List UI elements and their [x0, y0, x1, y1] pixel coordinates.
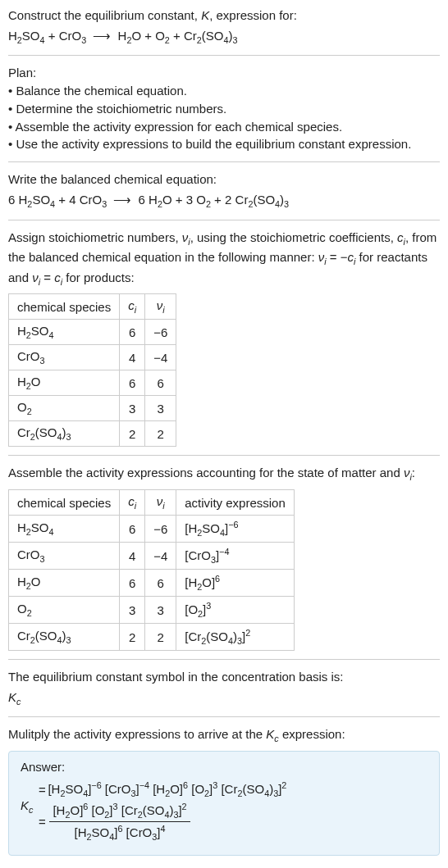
cell-species: H2SO4	[9, 516, 120, 543]
prompt-K: K	[201, 8, 209, 22]
kc-numerator: [H2O]6 [O2]3 [Cr2(SO4)3]2	[49, 802, 190, 822]
divider	[8, 220, 440, 220]
cell-species: Cr2(SO4)3	[9, 421, 120, 447]
prompt: Construct the equilibrium constant, K, e…	[8, 7, 440, 47]
table-row: H2O 6 6	[9, 370, 176, 396]
cell-vi: −6	[145, 320, 176, 345]
cell-ci: 4	[120, 543, 145, 570]
table-row: H2O 6 6 [H2O]6	[9, 570, 295, 597]
species-cro3: CrO3	[80, 193, 107, 207]
th-activity: activity expression	[176, 490, 295, 516]
table-header-row: chemical species ci νi activity expressi…	[9, 490, 295, 516]
balanced-equation: 6 H2SO4 + 4 CrO3 ⟶ 6 H2O + 3 O2 + 2 Cr2(…	[8, 191, 440, 211]
divider	[8, 455, 440, 456]
table-row: CrO3 4 −4	[9, 345, 176, 370]
cell-ci: 6	[120, 570, 145, 597]
cell-vi: −4	[145, 543, 176, 570]
unbalanced-equation: H2SO4 + CrO3 ⟶ H2O + O2 + Cr2(SO4)3	[8, 27, 440, 48]
th-ci: ci	[120, 490, 145, 516]
prompt-text-2: , expression for:	[209, 8, 297, 22]
cell-ci: 2	[120, 624, 145, 651]
cell-vi: 6	[145, 370, 176, 396]
kc-fraction: [H2O]6 [O2]3 [Cr2(SO4)3]2 [H2SO4]6 [CrO3…	[49, 802, 190, 842]
cell-ci: 6	[120, 516, 145, 543]
cell-species: O2	[9, 597, 120, 624]
table-row: CrO3 4 −4 [CrO3]−4	[9, 543, 295, 570]
cell-vi: 6	[145, 570, 176, 597]
cell-vi: 3	[145, 396, 176, 421]
species-h2o: H2O	[149, 193, 172, 207]
cell-ci: 4	[120, 345, 145, 370]
cell-vi: 2	[145, 624, 176, 651]
arrow-icon: ⟶	[93, 29, 111, 43]
kc-product: [H2SO4]−6 [CrO3]−4 [H2O]6 [O2]3 [Cr2(SO4…	[48, 780, 286, 798]
cell-ci: 2	[120, 421, 145, 447]
divider	[8, 716, 440, 717]
species-o2: O2	[196, 193, 211, 207]
divider	[8, 55, 440, 56]
balanced: Write the balanced chemical equation: 6 …	[8, 170, 440, 211]
answer-label: Answer:	[21, 760, 427, 774]
balanced-header: Write the balanced chemical equation:	[8, 170, 440, 189]
table-row: O2 3 3 [O2]3	[9, 597, 295, 624]
cell-ci: 6	[120, 320, 145, 345]
species-o2: O2	[155, 29, 170, 43]
species-h2o: H2O	[118, 29, 142, 43]
divider	[8, 659, 440, 660]
arrow-icon: ⟶	[113, 193, 131, 207]
table-row: Cr2(SO4)3 2 2 [Cr2(SO4)3]2	[9, 624, 295, 651]
th-species: chemical species	[9, 490, 120, 516]
multiply-text: Mulitply the activity expressions to arr…	[8, 725, 440, 746]
table-header-row: chemical species ci νi	[9, 294, 176, 320]
stoich-text: Assign stoichiometric numbers, νi, using…	[8, 229, 440, 289]
answer-box: Answer: Kc = [H2SO4]−6 [CrO3]−4 [H2O]6 […	[8, 751, 440, 856]
th-ci: ci	[120, 294, 145, 320]
kc-expression: Kc = [H2SO4]−6 [CrO3]−4 [H2O]6 [O2]3 [Cr…	[21, 779, 427, 843]
cell-species: H2O	[9, 570, 120, 597]
divider	[8, 161, 440, 162]
cell-species: Cr2(SO4)3	[9, 624, 120, 651]
plan-header: Plan:	[8, 64, 440, 82]
cell-vi: −4	[145, 345, 176, 370]
table-row: H2SO4 6 −6 [H2SO4]−6	[9, 516, 295, 543]
plan-item: • Balance the chemical equation.	[8, 82, 440, 100]
activity-table: chemical species ci νi activity expressi…	[8, 489, 295, 651]
plan-item: • Use the activity expressions to build …	[8, 135, 440, 153]
cell-activity: [Cr2(SO4)3]2	[176, 624, 295, 651]
cell-species: CrO3	[9, 543, 120, 570]
kc-row-1: = [H2SO4]−6 [CrO3]−4 [H2O]6 [O2]3 [Cr2(S…	[36, 780, 286, 798]
cell-vi: −6	[145, 516, 176, 543]
species-cr2so43: Cr2(SO4)3	[235, 193, 290, 207]
cell-species: CrO3	[9, 345, 120, 370]
kc-symbol: The equilibrium constant symbol in the c…	[8, 668, 440, 708]
species-h2so4: H2SO4	[19, 193, 56, 207]
plan-item: • Determine the stoichiometric numbers.	[8, 100, 440, 118]
cell-vi: 3	[145, 597, 176, 624]
kc-lhs: Kc	[21, 779, 36, 815]
cell-species: H2O	[9, 370, 120, 396]
cell-vi: 2	[145, 421, 176, 447]
cell-activity: [CrO3]−4	[176, 543, 295, 570]
cell-species: O2	[9, 396, 120, 421]
plan-item: • Assemble the activity expression for e…	[8, 118, 440, 136]
kc-symbol-value: Kc	[8, 688, 440, 709]
assemble-text: Assemble the activity expressions accoun…	[8, 464, 440, 484]
cell-activity: [O2]3	[176, 597, 295, 624]
table-row: Cr2(SO4)3 2 2	[9, 421, 176, 447]
species-h2so4: H2SO4	[8, 29, 45, 43]
plan: Plan: • Balance the chemical equation. •…	[8, 64, 440, 153]
species-cr2so43: Cr2(SO4)3	[184, 29, 238, 43]
table-row: H2SO4 6 −6	[9, 320, 176, 345]
th-vi: νi	[145, 294, 176, 320]
cell-ci: 3	[120, 597, 145, 624]
prompt-text-1: Construct the equilibrium constant,	[8, 8, 201, 22]
cell-activity: [H2O]6	[176, 570, 295, 597]
cell-ci: 6	[120, 370, 145, 396]
stoich-table: chemical species ci νi H2SO4 6 −6 CrO3 4…	[8, 293, 176, 447]
th-species: chemical species	[9, 294, 120, 320]
cell-species: H2SO4	[9, 320, 120, 345]
kc-denominator: [H2SO4]6 [CrO3]4	[49, 822, 190, 842]
species-cro3: CrO3	[59, 29, 87, 43]
kc-row-2: = [H2O]6 [O2]3 [Cr2(SO4)3]2 [H2SO4]6 [Cr…	[36, 802, 286, 842]
th-vi: νi	[145, 490, 176, 516]
